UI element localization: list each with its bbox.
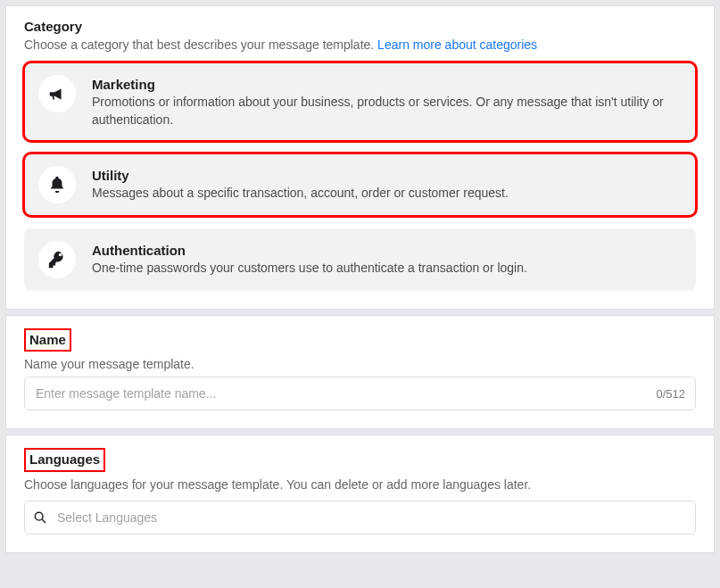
select-languages-input[interactable]: [24, 501, 696, 534]
name-input-wrapper: 0/512: [24, 377, 696, 410]
name-heading: Name: [29, 332, 66, 347]
svg-point-0: [35, 512, 43, 520]
languages-panel: Languages Choose languages for your mess…: [5, 435, 715, 552]
category-option-title: Authentication: [92, 243, 682, 258]
category-panel: Category Choose a category that best des…: [5, 5, 715, 310]
bell-icon: [38, 166, 76, 203]
category-option-title: Utility: [92, 168, 682, 183]
svg-line-1: [42, 519, 46, 523]
learn-more-link[interactable]: Learn more about categories: [377, 37, 537, 52]
category-option-title: Marketing: [92, 77, 682, 92]
category-desc-text: Choose a category that best describes yo…: [24, 37, 377, 52]
name-panel: Name Name your message template. 0/512: [5, 315, 715, 429]
template-name-input[interactable]: [24, 377, 696, 410]
category-option-authentication[interactable]: Authentication One-time passwords your c…: [24, 228, 696, 291]
category-option-utility[interactable]: Utility Messages about a specific transa…: [24, 153, 696, 216]
name-desc: Name your message template.: [24, 357, 696, 371]
megaphone-icon: [38, 75, 76, 112]
search-icon: [33, 510, 47, 525]
languages-desc: Choose languages for your message templa…: [24, 477, 696, 492]
category-heading: Category: [24, 19, 696, 34]
category-option-desc: One-time passwords your customers use to…: [92, 260, 682, 277]
category-option-desc: Messages about a specific transaction, a…: [92, 185, 682, 203]
category-option-body: Marketing Promotions or information abou…: [92, 75, 682, 128]
category-option-marketing[interactable]: Marketing Promotions or information abou…: [24, 62, 696, 141]
category-option-desc: Promotions or information about your bus…: [92, 94, 682, 128]
languages-input-wrapper: [24, 501, 696, 534]
category-options: Marketing Promotions or information abou…: [24, 62, 696, 291]
category-option-body: Utility Messages about a specific transa…: [92, 166, 682, 203]
name-heading-highlight: Name: [24, 328, 71, 352]
category-option-body: Authentication One-time passwords your c…: [92, 241, 682, 277]
languages-heading: Languages: [29, 451, 100, 467]
category-desc: Choose a category that best describes yo…: [24, 37, 696, 52]
languages-heading-highlight: Languages: [24, 448, 105, 471]
key-icon: [38, 241, 76, 278]
char-counter: 0/512: [656, 387, 685, 401]
